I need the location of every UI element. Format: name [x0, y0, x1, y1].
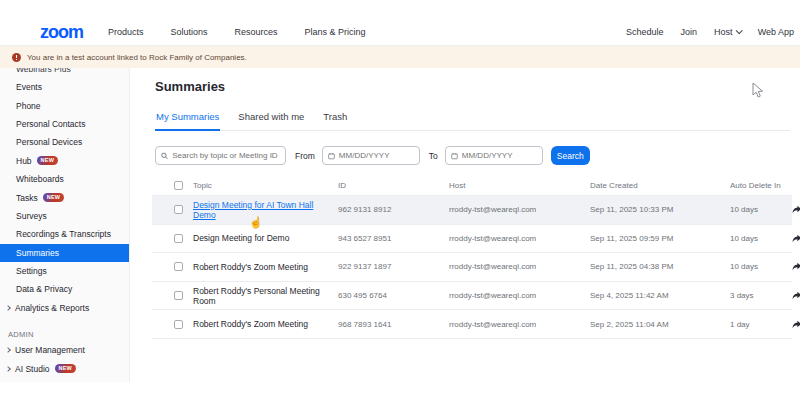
row-checkbox[interactable]: [174, 205, 183, 214]
sidebar-item-user-management[interactable]: User Management: [0, 341, 129, 359]
tab-my-summaries[interactable]: My Summaries: [155, 111, 220, 131]
nav-host[interactable]: Host: [714, 27, 741, 37]
auto-delete-in: 10 days: [730, 234, 792, 243]
table-row: Design Meeting for AI Town Hall Demo 962…: [152, 196, 792, 225]
table-row: Robert Roddy's Zoom Meeting 922 9137 189…: [152, 253, 792, 282]
nav-schedule[interactable]: Schedule: [626, 27, 664, 37]
topic[interactable]: Robert Roddy's Personal Meeting Room: [193, 286, 338, 306]
meeting-id: 943 6527 8951: [338, 234, 449, 243]
date-created: Sep 2, 2025 11:04 AM: [590, 320, 730, 329]
date-created: Sep 4, 2025 11:42 AM: [590, 291, 730, 300]
host-email: rroddy-tst@weareql.com: [449, 291, 590, 300]
meeting-id: 962 9131 8912: [338, 205, 449, 214]
new-badge: NEW: [37, 156, 58, 165]
chevron-down-icon: [735, 27, 742, 34]
share-icon[interactable]: [792, 262, 800, 271]
nav-resources[interactable]: Resources: [235, 27, 278, 37]
column-header-date-created: Date Created: [590, 181, 730, 190]
date-created: Sep 11, 2025 10:33 PM: [590, 205, 730, 214]
sidebar-item-phone[interactable]: Phone: [0, 96, 129, 114]
meeting-id: 968 7893 1641: [338, 320, 449, 329]
nav-plans-pricing[interactable]: Plans & Pricing: [305, 27, 366, 37]
topic[interactable]: Robert Roddy's Zoom Meeting: [193, 262, 338, 272]
host-email: rroddy-tst@weareql.com: [449, 234, 590, 243]
zoom-logo[interactable]: zoom: [40, 23, 83, 41]
to-date-input[interactable]: [462, 151, 537, 160]
row-checkbox[interactable]: [174, 234, 183, 243]
new-badge: NEW: [55, 364, 76, 373]
sidebar-item-data-privacy[interactable]: Data & Privacy: [0, 280, 129, 298]
zoom-web-portal: zoom Products Solutions Resources Plans …: [0, 0, 800, 400]
nav-web-app[interactable]: Web App: [758, 27, 794, 37]
sidebar-item-tasks[interactable]: TasksNEW: [0, 188, 129, 206]
share-icon[interactable]: [792, 234, 800, 243]
search-button[interactable]: Search: [551, 146, 590, 165]
sidebar-item-webinars-plus[interactable]: Webinars Plus: [0, 68, 129, 78]
topic[interactable]: Design Meeting for Demo: [193, 233, 338, 243]
sidebar-item-surveys[interactable]: Surveys: [0, 207, 129, 225]
date-created: Sep 11, 2025 04:38 PM: [590, 262, 730, 271]
table-row: Robert Roddy's Zoom Meeting 968 7893 164…: [152, 310, 792, 339]
host-email: rroddy-tst@weareql.com: [449, 320, 590, 329]
auto-delete-in: 10 days: [730, 205, 792, 214]
column-header-id: ID: [338, 181, 449, 190]
top-navigation: zoom Products Solutions Resources Plans …: [0, 18, 800, 46]
filter-bar: From To Search: [155, 146, 800, 165]
sidebar-item-summaries[interactable]: Summaries: [0, 244, 129, 262]
topic[interactable]: Robert Roddy's Zoom Meeting: [193, 319, 338, 329]
calendar-icon: [328, 152, 335, 160]
column-header-host: Host: [449, 181, 590, 190]
nav-right-links: Schedule Join Host Web App: [626, 27, 794, 37]
row-checkbox[interactable]: [174, 320, 183, 329]
topic-link[interactable]: Design Meeting for AI Town Hall Demo: [193, 200, 338, 220]
sidebar-item-recordings-transcripts[interactable]: Recordings & Transcripts: [0, 225, 129, 243]
sidebar-item-events[interactable]: Events: [0, 78, 129, 96]
from-date-input[interactable]: [339, 151, 414, 160]
nav-products[interactable]: Products: [108, 27, 144, 37]
tab-shared-with-me[interactable]: Shared with me: [237, 111, 305, 130]
host-email: rroddy-tst@weareql.com: [449, 205, 590, 214]
search-icon: [161, 152, 168, 160]
nav-join[interactable]: Join: [681, 27, 698, 37]
table-row: Robert Roddy's Personal Meeting Room 630…: [152, 282, 792, 311]
warning-icon: [12, 53, 21, 62]
summaries-table: Topic ID Host Date Created Auto Delete I…: [152, 176, 792, 339]
sidebar-item-hub[interactable]: HubNEW: [0, 152, 129, 170]
auto-delete-in: 10 days: [730, 262, 792, 271]
search-input[interactable]: [172, 151, 280, 160]
tabs: My Summaries Shared with me Trash: [155, 111, 790, 131]
row-checkbox[interactable]: [174, 262, 183, 271]
host-email: rroddy-tst@weareql.com: [449, 262, 590, 271]
meeting-id: 630 495 6764: [338, 291, 449, 300]
meeting-id: 922 9137 1897: [338, 262, 449, 271]
to-label: To: [429, 151, 438, 161]
banner-text: You are in a test account linked to Rock…: [27, 53, 247, 62]
chevron-right-icon: [5, 366, 11, 372]
calendar-icon: [451, 152, 458, 160]
auto-delete-in: 1 day: [730, 320, 792, 329]
share-icon[interactable]: [792, 291, 800, 300]
share-icon[interactable]: [792, 205, 800, 214]
sidebar-item-ai-studio[interactable]: AI Studio NEW: [0, 359, 129, 377]
column-header-auto-delete-in: Auto Delete In: [730, 181, 792, 190]
select-all-checkbox[interactable]: [174, 181, 183, 190]
to-date-wrapper: [445, 146, 543, 165]
sidebar-item-personal-devices[interactable]: Personal Devices: [0, 133, 129, 151]
row-checkbox[interactable]: [174, 291, 183, 300]
sidebar-item-personal-contacts[interactable]: Personal Contacts: [0, 115, 129, 133]
sidebar-item-whiteboards[interactable]: Whiteboards: [0, 170, 129, 188]
table-row: Design Meeting for Demo 943 6527 8951 rr…: [152, 225, 792, 254]
new-badge: NEW: [43, 193, 64, 202]
column-header-topic: Topic: [193, 181, 338, 190]
from-label: From: [295, 151, 315, 161]
sidebar-item-analytics-reports[interactable]: Analytics & Reports: [0, 299, 129, 317]
sidebar: Webinars Plus Events Phone Personal Cont…: [0, 68, 130, 382]
auto-delete-in: 3 days: [730, 291, 792, 300]
tab-trash[interactable]: Trash: [322, 111, 348, 130]
share-icon[interactable]: [792, 320, 800, 329]
test-account-banner: You are in a test account linked to Rock…: [0, 46, 800, 68]
sidebar-section-admin: ADMIN: [0, 317, 129, 341]
table-header: Topic ID Host Date Created Auto Delete I…: [152, 176, 792, 196]
sidebar-item-settings[interactable]: Settings: [0, 262, 129, 280]
nav-solutions[interactable]: Solutions: [171, 27, 208, 37]
